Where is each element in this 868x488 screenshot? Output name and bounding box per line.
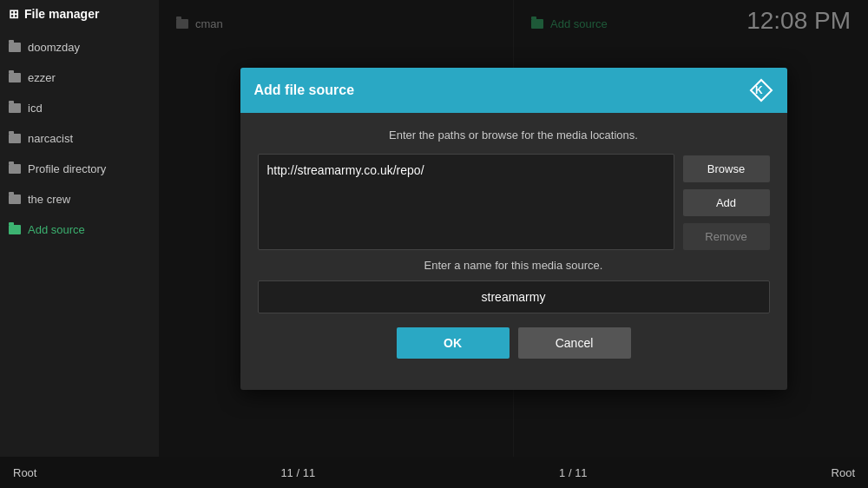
app-title-text: File manager: [24, 7, 99, 21]
sidebar-item-add-source[interactable]: Add source: [0, 214, 159, 245]
sidebar-item-doomzday[interactable]: doomzday: [0, 32, 159, 63]
folder-icon: [9, 164, 21, 174]
path-input-area[interactable]: http://streamarmy.co.uk/repo/: [258, 154, 674, 250]
ok-button[interactable]: OK: [397, 327, 510, 359]
svg-text:K: K: [755, 84, 763, 96]
path-buttons: Browse Add Remove: [683, 154, 770, 250]
status-left: Root: [13, 466, 36, 479]
add-button[interactable]: Add: [683, 189, 770, 216]
folder-icon: [9, 43, 21, 52]
sidebar-item-the-crew[interactable]: the crew: [0, 184, 159, 214]
status-bar: Root 11 / 11 1 / 11 Root: [0, 457, 868, 488]
folder-icon: [9, 103, 21, 113]
source-name-input[interactable]: [258, 280, 770, 313]
folder-icon-green: [9, 225, 21, 234]
modal-body: Enter the paths or browse for the media …: [240, 113, 787, 390]
modal-overlay: Add file source K Enter the paths or bro…: [159, 0, 868, 457]
app-title-bar: ⊞ File manager: [0, 0, 159, 28]
folder-icon: [9, 134, 21, 143]
remove-button[interactable]: Remove: [683, 223, 770, 250]
status-mid-left: 11 / 11: [280, 466, 315, 479]
status-right: Root: [832, 466, 855, 479]
sidebar-list: doomzday ezzer icd narcacist Profile dir…: [0, 32, 159, 245]
folder-icon: [9, 73, 21, 82]
left-sidebar: ⊞ File manager doomzday ezzer icd narcac…: [0, 0, 159, 488]
add-file-source-modal: Add file source K Enter the paths or bro…: [240, 68, 787, 390]
cancel-button[interactable]: Cancel: [518, 327, 631, 359]
browse-button[interactable]: Browse: [683, 155, 770, 182]
kodi-logo: K: [749, 78, 773, 102]
app-title-icon: ⊞: [9, 7, 19, 21]
path-text: http://streamarmy.co.uk/repo/: [267, 163, 665, 177]
sidebar-item-narcacist[interactable]: narcacist: [0, 123, 159, 154]
status-mid-right: 1 / 11: [559, 466, 588, 479]
modal-instruction: Enter the paths or browse for the media …: [258, 129, 770, 142]
sidebar-item-ezzer[interactable]: ezzer: [0, 63, 159, 93]
sidebar-item-icd[interactable]: icd: [0, 93, 159, 123]
folder-icon: [9, 195, 21, 204]
modal-name-label: Enter a name for this media source.: [258, 259, 770, 272]
sidebar-item-profile-directory[interactable]: Profile directory: [0, 154, 159, 184]
modal-footer: OK Cancel: [258, 327, 770, 374]
modal-header: Add file source K: [240, 68, 787, 113]
modal-path-row: http://streamarmy.co.uk/repo/ Browse Add…: [258, 154, 770, 250]
modal-title: Add file source: [254, 82, 355, 98]
